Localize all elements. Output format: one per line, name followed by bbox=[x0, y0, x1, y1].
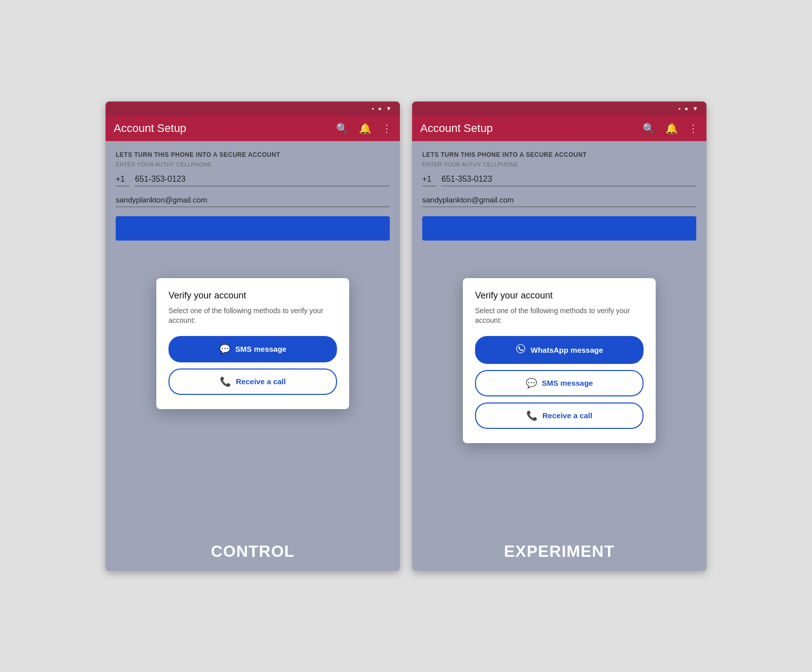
control-label: CONTROL bbox=[211, 542, 294, 560]
dialog-overlay-control: Verify your account Select one of the fo… bbox=[106, 141, 400, 527]
app-bar-actions-control: 🔍 🔔 ⋮ bbox=[336, 122, 392, 135]
dialog-overlay-experiment: Verify your account Select one of the fo… bbox=[412, 141, 706, 527]
sms-icon-experiment: 💬 bbox=[526, 378, 537, 389]
status-icon-2: ● bbox=[378, 105, 382, 112]
sms-icon-control: 💬 bbox=[219, 344, 230, 355]
sms-label-experiment: SMS message bbox=[542, 379, 593, 387]
control-phone-frame: ▪ ● ▼ Account Setup 🔍 🔔 ⋮ LETS TURN THIS… bbox=[106, 102, 400, 571]
status-icon-exp-2: ● bbox=[685, 105, 688, 112]
app-bar-experiment: Account Setup 🔍 🔔 ⋮ bbox=[412, 116, 706, 141]
call-label-experiment: Receive a call bbox=[543, 411, 592, 420]
sms-label-control: SMS message bbox=[235, 345, 287, 353]
bell-icon-experiment[interactable]: 🔔 bbox=[665, 122, 678, 135]
dialog-title-control: Verify your account bbox=[168, 290, 337, 301]
experiment-label-section: EXPERIMENT bbox=[412, 527, 706, 571]
screen-content-experiment: LETS TURN THIS PHONE INTO A SECURE ACCOU… bbox=[412, 141, 706, 527]
dialog-subtitle-control: Select one of the following methods to v… bbox=[168, 306, 337, 326]
verify-dialog-experiment: Verify your account Select one of the fo… bbox=[463, 278, 656, 443]
call-button-control[interactable]: 📞 Receive a call bbox=[168, 368, 337, 395]
status-icon-exp-1: ▪ bbox=[679, 105, 681, 112]
main-wrapper: ▪ ● ▼ Account Setup 🔍 🔔 ⋮ LETS TURN THIS… bbox=[95, 91, 717, 581]
status-icon-exp-3: ▼ bbox=[692, 105, 698, 112]
status-icon-3: ▼ bbox=[386, 105, 392, 112]
search-icon-control[interactable]: 🔍 bbox=[336, 122, 349, 135]
call-button-experiment[interactable]: 📞 Receive a call bbox=[475, 402, 644, 429]
search-icon-experiment[interactable]: 🔍 bbox=[642, 122, 655, 135]
screen-content-control: LETS TURN THIS PHONE INTO A SECURE ACCOU… bbox=[106, 141, 400, 527]
more-icon-experiment[interactable]: ⋮ bbox=[688, 122, 698, 135]
call-icon-control: 📞 bbox=[220, 376, 231, 387]
control-label-section: CONTROL bbox=[106, 527, 400, 571]
sms-button-experiment[interactable]: 💬 SMS message bbox=[475, 370, 644, 396]
call-label-control: Receive a call bbox=[236, 377, 286, 386]
status-bar-control: ▪ ● ▼ bbox=[106, 102, 400, 116]
app-title-control: Account Setup bbox=[114, 122, 186, 135]
experiment-phone-frame: ▪ ● ▼ Account Setup 🔍 🔔 ⋮ LETS TURN THIS… bbox=[412, 102, 706, 571]
dialog-subtitle-experiment: Select one of the following methods to v… bbox=[475, 306, 644, 326]
app-title-experiment: Account Setup bbox=[420, 122, 493, 135]
whatsapp-icon-experiment bbox=[516, 344, 526, 356]
app-bar-actions-experiment: 🔍 🔔 ⋮ bbox=[642, 122, 698, 135]
whatsapp-label-experiment: WhatsApp message bbox=[531, 346, 603, 354]
status-bar-experiment: ▪ ● ▼ bbox=[412, 102, 706, 116]
bell-icon-control[interactable]: 🔔 bbox=[359, 122, 371, 135]
status-icon-1: ▪ bbox=[372, 105, 374, 112]
experiment-label: EXPERIMENT bbox=[504, 542, 615, 560]
verify-dialog-control: Verify your account Select one of the fo… bbox=[156, 278, 349, 409]
sms-button-control[interactable]: 💬 SMS message bbox=[168, 336, 337, 362]
more-icon-control[interactable]: ⋮ bbox=[382, 122, 392, 135]
svg-point-0 bbox=[516, 344, 525, 353]
dialog-title-experiment: Verify your account bbox=[475, 290, 644, 301]
call-icon-experiment: 📞 bbox=[526, 410, 537, 421]
whatsapp-button-experiment[interactable]: WhatsApp message bbox=[475, 336, 644, 364]
app-bar-control: Account Setup 🔍 🔔 ⋮ bbox=[106, 116, 400, 141]
